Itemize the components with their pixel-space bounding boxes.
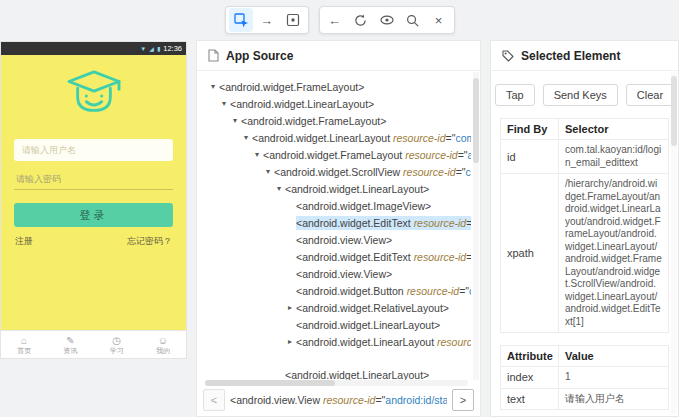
session-tools-group: ← × [319, 6, 455, 34]
scroll-left-button[interactable]: < [203, 389, 225, 411]
caret-right-icon[interactable]: ▸ [284, 303, 296, 312]
tag-icon [502, 50, 514, 62]
back-icon: ← [328, 13, 341, 28]
scroll-right-button[interactable]: > [452, 389, 474, 411]
clear-button[interactable]: Clear [626, 84, 674, 106]
tree-row[interactable]: ▾<android.widget.LinearLayout resource-i… [197, 129, 471, 146]
tree-node-label: <android.view.View> [296, 267, 471, 281]
tree-node-label: <android.widget.LinearLayout> [230, 97, 471, 111]
right-scrollbar[interactable] [671, 72, 677, 414]
login-button[interactable]: 登录 [14, 203, 173, 227]
tree-row[interactable]: ▸<android.widget.RelativeLayout> [197, 299, 471, 316]
username-field[interactable]: 请输入用户名 [14, 139, 173, 161]
tree-node-label: <android.view.View> [296, 233, 471, 247]
caret-down-icon[interactable]: ▾ [218, 99, 230, 108]
tree-row[interactable]: ▾<android.widget.FrameLayout> [197, 112, 471, 129]
tree-row[interactable]: <android.widget.LinearLayout> [197, 366, 471, 380]
app-source-header: App Source [197, 41, 480, 71]
swipe-coordinates-button[interactable]: → [255, 8, 279, 32]
row-value: 1 [559, 367, 669, 389]
tree-node-label: <android.widget.ImageView> [296, 199, 471, 213]
caret-down-icon[interactable]: ▾ [262, 167, 274, 176]
select-element-icon [233, 12, 249, 28]
tree-row[interactable]: <android.view.View> [197, 231, 471, 248]
table-row: idcom.tal.kaoyan:id/login_email_edittext [501, 140, 669, 174]
tab-news[interactable]: ✎资讯 [47, 331, 93, 358]
status-icon: ▮ [157, 46, 160, 52]
tree-node-label: <android.widget.ScrollView resource-id="… [274, 165, 471, 179]
tree-node-label: <android.widget.FrameLayout> [219, 80, 471, 94]
register-link[interactable]: 注册 [15, 235, 33, 248]
search-button[interactable] [401, 8, 425, 32]
status-time: 12:36 [163, 44, 182, 53]
tree-footer: < <android.view.View resource-id="androi… [203, 388, 474, 412]
tree-row[interactable]: <android.widget.LinearLayout> [197, 316, 471, 333]
row-key: xpath [501, 174, 559, 333]
tree-row[interactable]: <android.widget.EditText resource-id="co… [197, 214, 471, 231]
tree-row[interactable]: ▸<android.widget.LinearLayout resource-i… [197, 333, 471, 350]
tab-label: 资讯 [63, 346, 77, 355]
device-screenshot-mirror[interactable]: ▼◢▮ 12:36 请输入用户名 请输入密码 登录 注册 忘记密码？ ⌂首页✎资… [1, 42, 186, 358]
app-source-title: App Source [226, 49, 293, 63]
send-keys-button[interactable]: Send Keys [543, 84, 618, 106]
password-placeholder: 请输入密码 [16, 173, 61, 186]
element-actions: TapSend KeysClear [491, 71, 678, 118]
news-icon: ✎ [66, 335, 74, 346]
search-icon [405, 13, 420, 28]
select-element-button[interactable] [229, 8, 253, 32]
tab-profile[interactable]: ☺我的 [140, 331, 186, 358]
horizontal-scrollbar[interactable] [205, 380, 468, 386]
username-placeholder: 请输入用户名 [22, 144, 76, 157]
caret-down-icon[interactable]: ▾ [273, 184, 285, 193]
caret-right-icon[interactable]: ▸ [284, 337, 296, 346]
caret-down-icon[interactable]: ▾ [240, 133, 252, 142]
vertical-scrollbar[interactable] [473, 72, 479, 380]
tree-row[interactable]: ▾<android.widget.LinearLayout> [197, 180, 471, 197]
caret-down-icon[interactable]: ▾ [207, 82, 219, 91]
document-icon [208, 49, 219, 62]
refresh-button[interactable] [349, 8, 373, 32]
tree-node-label: <android.widget.RelativeLayout> [296, 301, 471, 315]
tree-node-label: <android.widget.FrameLayout> [241, 114, 471, 128]
login-links: 注册 忘记密码？ [15, 235, 172, 248]
caret-down-icon[interactable]: ▾ [229, 116, 241, 125]
quit-session-button[interactable]: × [427, 8, 451, 32]
tree-node-label: <android.widget.Button resource-id="com.… [296, 284, 471, 298]
source-tree: ▾<android.widget.FrameLayout>▾<android.w… [197, 72, 471, 380]
selected-element-panel: Selected Element TapSend KeysClear Find … [490, 40, 679, 417]
tap-coordinates-button[interactable] [281, 8, 305, 32]
tree-row[interactable]: ▾<android.widget.ScrollView resource-id=… [197, 163, 471, 180]
row-value: com.tal.kaoyan:id/login_email_edittext [559, 140, 669, 174]
tree-row[interactable]: ▾<android.widget.FrameLayout> [197, 78, 471, 95]
close-icon: × [435, 13, 443, 28]
app-source-panel: App Source ▾<android.widget.FrameLayout>… [196, 40, 481, 417]
tree-row[interactable]: ▾<android.widget.LinearLayout> [197, 95, 471, 112]
password-field[interactable]: 请输入密码 [14, 170, 173, 190]
tree-node-label: <android.view.View resource-id="android:… [230, 394, 447, 406]
tree-row[interactable]: <android.widget.EditText resource-id="co… [197, 248, 471, 265]
column-header: Value [559, 346, 669, 367]
tab-study[interactable]: ◷学习 [94, 331, 140, 358]
tree-footer-node[interactable]: <android.view.View resource-id="android:… [230, 394, 447, 406]
row-key: text [501, 388, 559, 410]
table-row: index1 [501, 367, 669, 389]
tree-row[interactable]: ▾<android.widget.FrameLayout resource-id… [197, 146, 471, 163]
status-icon: ▼ [140, 46, 146, 52]
device-status-bar: ▼◢▮ 12:36 [1, 42, 186, 55]
tap-button[interactable]: Tap [495, 84, 535, 106]
forgot-password-link[interactable]: 忘记密码？ [127, 235, 172, 248]
tree-node-label: <android.widget.LinearLayout resource-id… [296, 335, 471, 349]
tab-label: 首页 [17, 346, 31, 355]
row-key: id [501, 140, 559, 174]
tree-row[interactable]: <android.widget.Button resource-id="com.… [197, 282, 471, 299]
tree-node-label: <android.widget.LinearLayout> [285, 182, 471, 196]
inspector-toolbar: → ← [225, 6, 455, 34]
tree-row[interactable]: <android.view.View> [197, 265, 471, 282]
tab-home[interactable]: ⌂首页 [1, 331, 47, 358]
record-button[interactable] [375, 8, 399, 32]
back-button[interactable]: ← [323, 8, 347, 32]
caret-down-icon[interactable]: ▾ [251, 150, 263, 159]
tab-label: 我的 [156, 346, 170, 355]
phone-tabbar: ⌂首页✎资讯◷学习☺我的 [1, 330, 186, 358]
tree-row[interactable]: <android.widget.ImageView> [197, 197, 471, 214]
